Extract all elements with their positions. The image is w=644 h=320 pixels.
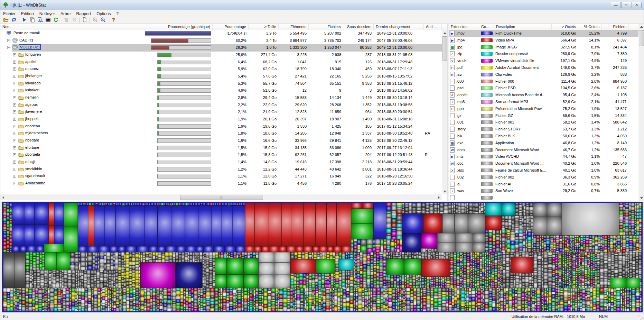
column-header-fichiers[interactable]: Fichiers xyxy=(602,24,629,30)
command-prompt-button[interactable]: C:\ xyxy=(44,17,52,24)
tree-row[interactable]: +agiroux2,2%22,9 Go29 62028 2681 3522018… xyxy=(0,102,442,109)
resize-grip[interactable] xyxy=(638,315,643,320)
tree-row[interactable]: +jheppell1,9%20,1 Go20 39718 9071 490201… xyxy=(0,116,442,123)
ext-row[interactable]: .psdFichier PSD104,5 Go2,6%6 187 xyxy=(449,85,638,92)
column-header-description[interactable]: Description xyxy=(494,24,552,30)
ext-row[interactable]: .aiFichier AI31,6 Go0,8%3 865 xyxy=(449,181,638,188)
tree-vertical-scrollbar[interactable] xyxy=(442,30,448,194)
scroll-thumb[interactable] xyxy=(442,36,447,61)
scroll-down-button[interactable] xyxy=(442,189,448,194)
scroll-right-button[interactable] xyxy=(436,194,442,200)
column-header-dernierchangement[interactable]: Dernier changement xyxy=(374,24,424,30)
tree-row[interactable]: +lalvarado5,3%55,7 Go74 50465 1519 35320… xyxy=(0,80,442,88)
ext-row[interactable]: ▣.exeApplication46,8 Go1,2%8 149 xyxy=(449,140,638,147)
tree-row[interactable]: +sgaudreault1,1%12,0 Go17 27116 94932220… xyxy=(0,173,442,180)
tree-row[interactable]: +jfbelanger5,4%57,6 Go27 42122 1655 2562… xyxy=(0,73,442,80)
column-header-fichiers[interactable]: Fichiers xyxy=(309,24,343,30)
ext-row[interactable]: Z.zipDossier compressé280,9 Go7,0%7 350 xyxy=(449,51,638,57)
ext-row[interactable]: A.accdbMicrosoft Access Base de d...95,4… xyxy=(449,92,638,99)
tree-row[interactable]: +smckibbin1,2%12,2 Go44 44340 6423 80120… xyxy=(0,166,442,173)
scroll-thumb[interactable] xyxy=(180,195,263,200)
title-bar[interactable]: I:|K:|L: - WinDirStat — □ ✕ xyxy=(0,0,644,10)
ext-row[interactable]: ▶.movFilm QuickTime610,0 Go15,2%4 799 xyxy=(449,30,638,37)
tree-row[interactable]: +kshakeri4,9%51,8 Go12932018-08-28 14:56… xyxy=(0,87,442,94)
menu-item-arbre[interactable]: Arbre xyxy=(58,11,73,17)
menu-item-options[interactable]: Options xyxy=(94,11,113,17)
column-header-sousdossiers[interactable]: Sous-dossiers xyxy=(343,24,374,30)
scroll-thumb[interactable] xyxy=(639,30,644,46)
ext-row[interactable]: ♪.mp3Son au format MP382,9 Go2,1%41 471 xyxy=(449,99,638,106)
ext-row[interactable]: ▶.mp4Vidéo MP4566,4 Go14,1%6 397 xyxy=(449,37,638,44)
expand-toggle[interactable]: − xyxy=(7,46,10,49)
ext-row[interactable]: ♪.wavSon Wave29,2 Go0,7%5 880 xyxy=(449,188,638,194)
ext-row[interactable]: P.pdfAdobe Acrobat Document149,0 Go3,7%2… xyxy=(449,64,638,71)
menu-item-nettoyer[interactable]: Nettoyer xyxy=(37,11,58,17)
ext-row[interactable]: V.vmdkVMware virtual disk file197,1 Go4,… xyxy=(449,57,638,64)
ext-row[interactable]: .blkFichier BLK50,6 Go1,3%4 059 xyxy=(449,133,638,140)
ext-row[interactable]: P.pptxPrésentation Microsoft Pow...75,2 … xyxy=(449,106,638,112)
tree-row[interactable]: +mjdesrochers1,8%18,8 Go14 28512 9481 33… xyxy=(0,130,442,137)
delete-button[interactable] xyxy=(70,17,78,24)
tree-row[interactable]: −VOL1B (K:)26,3%1,0 To1 333 3001 253 047… xyxy=(0,44,442,52)
explorer-here-button[interactable] xyxy=(36,17,44,24)
column-header-%octets[interactable]: % Octets xyxy=(578,24,602,30)
delete-to-bin-button[interactable] xyxy=(62,17,70,24)
ext-row[interactable] xyxy=(449,194,638,201)
column-header-nom[interactable]: Nom xyxy=(0,24,122,30)
zoom-in-button[interactable] xyxy=(91,17,99,24)
refresh-selected-button[interactable] xyxy=(52,17,60,24)
column-header-pourcentage[interactable]: Pourcentage xyxy=(213,24,249,30)
extension-vertical-scrollbar[interactable] xyxy=(638,24,644,201)
tree-row[interactable]: +tdnguyen25,6%271,4 Go3 2252 9382872018-… xyxy=(0,52,442,59)
resume-button[interactable] xyxy=(20,17,28,24)
scroll-up-button[interactable] xyxy=(442,30,448,36)
column-header->octets[interactable]: > Octets xyxy=(552,24,578,30)
column-header-co[interactable]: Co... xyxy=(479,24,494,30)
menu-item-fichier[interactable]: Fichier xyxy=(0,11,18,17)
tree-row[interactable]: +enadeau1,9%19,6 Go1 5301 4251052017-01-… xyxy=(0,123,442,130)
ext-row[interactable]: X.xlsxFeuille de calcul Microsoft E...40… xyxy=(449,167,638,174)
maximize-button[interactable]: □ xyxy=(621,2,631,8)
zoom-out-button[interactable] xyxy=(99,17,107,24)
column-header-attri[interactable]: Attri... xyxy=(424,24,442,30)
ext-row[interactable]: .gzFichier GZ59,6 Go1,5%14 834 xyxy=(449,112,638,119)
tree-row[interactable]: +pborgela1,5%15,8 Go62 26162 0572042017-… xyxy=(0,152,442,159)
tree-horizontal-scrollbar[interactable] xyxy=(0,194,442,200)
tree-row[interactable]: +jlaverriere2,1%21,9 Go12 82311 85996420… xyxy=(0,109,442,116)
menu-item-[interactable]: ? xyxy=(113,11,121,17)
ext-row[interactable]: ▶.mtsVidéo AVCHD44,7 Go1,1%47 xyxy=(449,153,638,160)
menu-item-edition[interactable]: Edition xyxy=(18,11,37,17)
tree-row[interactable]: +efortune1,5%15,9 Go34 18533 0861 099201… xyxy=(0,145,442,152)
tree-row[interactable]: +mhajji1,4%14,6 Go19 61617 3982 2182018-… xyxy=(0,159,442,166)
scroll-up-button[interactable] xyxy=(638,24,644,30)
column-header->taille[interactable]: > Taille xyxy=(249,24,279,30)
ext-row[interactable]: ▶.aviClip vidéo126,9 Go3,2%888 xyxy=(449,71,638,78)
tree-row[interactable]: +rlemelin2,8%29,4 Go15 58314 1341 449201… xyxy=(0,94,442,102)
ext-row[interactable]: .storyFichier STORY53,7 Go1,3%1 212 xyxy=(449,126,638,133)
tree-row[interactable]: +CAD (I:)60,2%2,4 To3 984 8773 735 70324… xyxy=(0,37,442,45)
tree-row[interactable]: +nbedard1,6%16,6 Go33 96629 8414 1252018… xyxy=(0,137,442,145)
ext-row[interactable]: W.docDocument Microsoft Word ...40,2 Go1… xyxy=(449,160,638,167)
ext-row[interactable]: .000Fichier 000111,4 Go2,8%884 950 xyxy=(449,78,638,85)
menu-item-rapport[interactable]: Rapport xyxy=(73,11,94,17)
close-button[interactable]: ✕ xyxy=(632,2,642,8)
ext-row[interactable]: ▦.jpgImage JPEG327,5 Go8,1%241 484 xyxy=(449,44,638,51)
column-header-extension[interactable]: Extension xyxy=(449,24,479,30)
help-button[interactable]: ? xyxy=(109,17,117,24)
column-header-pourcentagegraphique[interactable]: Pourcentage (graphique) xyxy=(122,24,213,30)
tree-row[interactable]: +mnunez5,9%62,9 Go18 79918 3404592018-08… xyxy=(0,66,442,73)
ext-row[interactable]: .001Fichier 00158,2 Go1,4%588 642 xyxy=(449,119,638,126)
copy-path-button[interactable] xyxy=(28,17,36,24)
ext-row[interactable]: .002Fichier 00236,3 Go0,9%362 269 xyxy=(449,174,638,181)
scroll-left-button[interactable] xyxy=(0,194,6,200)
refresh-all-button[interactable] xyxy=(10,17,18,24)
minimize-button[interactable]: — xyxy=(611,2,621,8)
user-defined-cleanup-button[interactable] xyxy=(81,17,88,24)
treemap-canvas[interactable] xyxy=(3,203,642,311)
column-header-elments[interactable]: Eléments xyxy=(279,24,309,30)
ext-row[interactable]: W.docxDocument Microsoft Word46,7 Go1,2%… xyxy=(449,147,638,154)
tree-row[interactable]: +Amlacombe1,1%11,8 Go4 4564 2801762017-1… xyxy=(0,180,442,188)
tree-row[interactable]: +apollet6,4%68,2 Go1 0419151262018-08-31… xyxy=(0,59,442,66)
tree-row[interactable]: Poste de travail[17:46:04 s]3,9 To5 554 … xyxy=(0,30,442,37)
scroll-down-button[interactable] xyxy=(638,195,644,201)
